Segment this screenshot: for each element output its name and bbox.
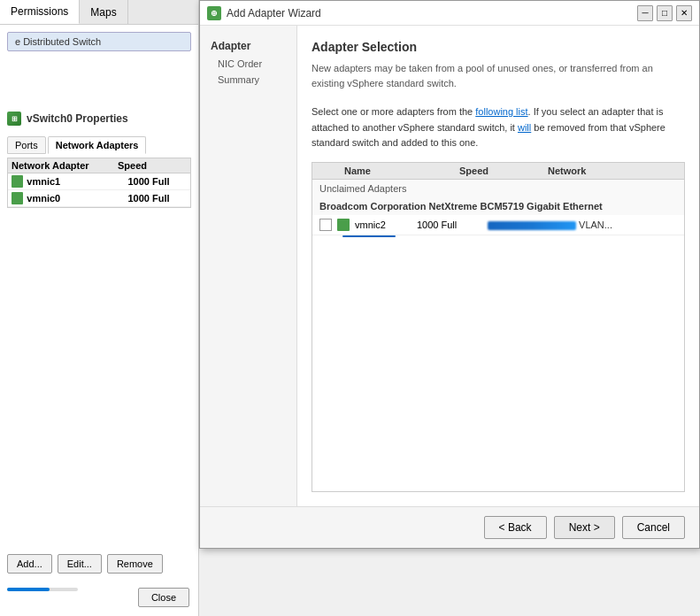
na-table-header: Network Adapter Speed (8, 158, 190, 173)
network-blur-vmnic2 (488, 221, 576, 230)
adapter-name-vmnic2: vmnic2 (355, 219, 417, 230)
adapter-network-vmnic2: VLAN... (488, 219, 677, 230)
vswitch-icon: ⊞ (7, 112, 21, 126)
permissions-tab[interactable]: Permissions (0, 0, 80, 24)
adapter-list-header: Name Speed Network (312, 163, 684, 180)
wizard-nav: Adapter NIC Order Summary (200, 26, 297, 506)
progress-bar-container (7, 588, 78, 591)
na-row-vmnic0[interactable]: vmnic0 1000 Full (8, 190, 190, 207)
col-header-network: Network (548, 166, 679, 176)
wizard-instruction: Select one or more adapters from the fol… (312, 104, 685, 151)
wizard-content: Adapter Selection New adapters may be ta… (297, 26, 699, 506)
edit-button[interactable]: Edit... (58, 554, 102, 574)
nic-icon-vmnic2 (337, 219, 350, 231)
underline-annotation (342, 235, 396, 237)
wizard-window: ⊕ Add Adapter Wizard ─ □ ✕ Adapter NIC O… (199, 0, 700, 549)
nic-icon-vmnic0 (12, 192, 23, 204)
unclaimed-adapters-header: Unclaimed Adapters (312, 180, 684, 197)
wizard-section-title: Adapter Selection (312, 40, 685, 54)
wizard-titlebar-left: ⊕ Add Adapter Wizard (207, 6, 321, 20)
maximize-button[interactable]: □ (657, 5, 673, 21)
network-adapter-table: Network Adapter Speed vmnic1 1000 Full v… (7, 158, 191, 208)
vswitch-sub-tabs: Ports Network Adapters (7, 136, 191, 154)
wizard-nav-summary[interactable]: Summary (200, 72, 296, 88)
wizard-titlebar: ⊕ Add Adapter Wizard ─ □ ✕ (200, 1, 699, 26)
na-row-vmnic1[interactable]: vmnic1 1000 Full (8, 173, 190, 190)
remove-button[interactable]: Remove (107, 554, 163, 574)
col-header-name: Name (344, 166, 459, 176)
back-button[interactable]: < Back (484, 516, 547, 539)
wizard-nav-section: Adapter (200, 36, 296, 56)
background-tabs: Permissions Maps (0, 0, 198, 25)
vlan-text-vmnic2: VLAN... (579, 219, 612, 230)
col-header-speed: Speed (459, 166, 548, 176)
add-button[interactable]: Add... (7, 554, 52, 574)
wizard-app-icon: ⊕ (207, 6, 221, 20)
ports-tab[interactable]: Ports (7, 136, 46, 154)
wizard-body: Adapter NIC Order Summary Adapter Select… (200, 26, 699, 506)
bg-action-buttons: Add... Edit... Remove (7, 554, 163, 574)
wizard-window-controls: ─ □ ✕ (637, 5, 692, 21)
wizard-footer: < Back Next > Cancel (200, 506, 699, 548)
next-button[interactable]: Next > (554, 516, 615, 539)
wizard-title: Add Adapter Wizard (227, 7, 321, 19)
wizard-section-desc: New adapters may be taken from a pool of… (312, 61, 685, 90)
close-window-button[interactable]: ✕ (676, 5, 692, 21)
distributed-switch-label: e Distributed Switch (7, 32, 191, 51)
vswitch-properties-header: ⊞ vSwitch0 Properties (0, 104, 198, 133)
nic-icon-vmnic1 (12, 175, 23, 188)
background-panel: Permissions Maps e Distributed Switch ⊞ … (0, 0, 199, 616)
adapter-row-vmnic2[interactable]: vmnic2 1000 Full VLAN... (312, 215, 684, 235)
network-adapters-tab[interactable]: Network Adapters (48, 136, 147, 154)
broadcom-header: Broadcom Corporation NetXtreme BCM5719 G… (312, 197, 684, 215)
close-button[interactable]: Close (138, 588, 189, 607)
maps-tab[interactable]: Maps (80, 0, 127, 24)
adapter-list-container: Name Speed Network Unclaimed Adapters Br… (312, 162, 685, 492)
adapter-speed-vmnic2: 1000 Full (417, 219, 488, 230)
progress-bar-fill (7, 588, 50, 591)
adapter-checkbox-vmnic2[interactable] (319, 219, 332, 231)
cancel-button[interactable]: Cancel (622, 516, 685, 539)
wizard-nav-nic-order[interactable]: NIC Order (200, 56, 296, 72)
minimize-button[interactable]: ─ (637, 5, 653, 21)
